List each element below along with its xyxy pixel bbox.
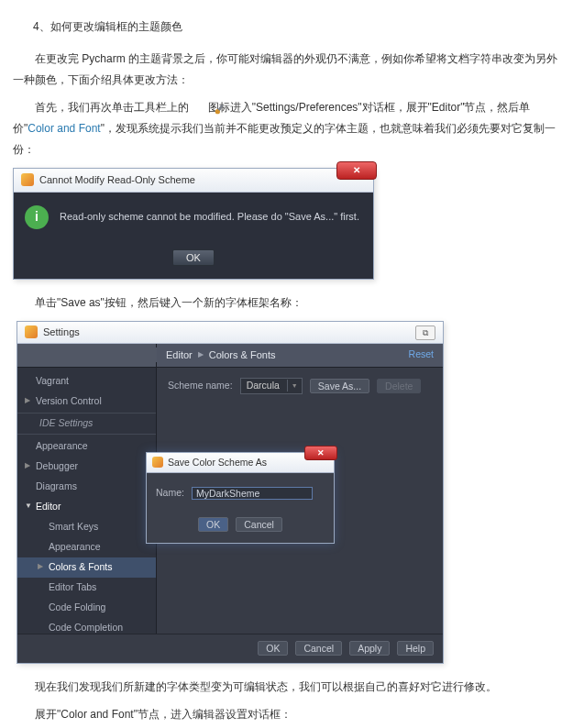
save-scheme-dialog: Save Color Scheme As ✕ Name: OK Cancel	[146, 452, 335, 544]
dialog-button-row: OK	[14, 242, 373, 279]
info-icon: i	[25, 205, 49, 229]
dialog-body: i Read-only scheme cannot be modified. P…	[14, 193, 373, 242]
help-button[interactable]: Help	[397, 641, 434, 656]
ok-button[interactable]: OK	[198, 517, 228, 532]
chevron-down-icon: ▼	[25, 499, 32, 513]
sidebar-item-diagrams[interactable]: Diagrams	[17, 477, 156, 497]
svg-rect-1	[218, 105, 224, 111]
reset-link[interactable]: Reset	[409, 346, 434, 364]
settings-titlebar: Settings ⧉	[17, 322, 443, 344]
pycharm-logo-icon	[21, 173, 34, 186]
paragraph-2: 首先，我们再次单击工具栏上的 图标进入"Settings/Preferences…	[13, 97, 560, 160]
settings-tree: Vagrant ▶Version Control IDE Settings Ap…	[17, 368, 156, 634]
delete-button: Delete	[377, 379, 421, 393]
scheme-value: Darcula	[247, 377, 280, 395]
paragraph-4: 现在我们发现我们所新建的字体类型变为可编辑状态，我们可以根据自己的喜好对它进行修…	[13, 677, 560, 698]
sidebar-item-appearance2[interactable]: Appearance	[17, 537, 156, 557]
crumb-editor: Editor	[166, 346, 193, 365]
name-label: Name:	[156, 484, 184, 502]
window-control-icon[interactable]: ⧉	[415, 325, 435, 340]
dialog-titlebar: Cannot Modify Read-Only Scheme ✕	[14, 169, 373, 193]
apply-button[interactable]: Apply	[349, 641, 390, 656]
ok-button[interactable]: OK	[258, 641, 288, 656]
inner-body: Name:	[147, 473, 334, 508]
sidebar-item-label: Editor	[36, 501, 61, 512]
cannot-modify-dialog: Cannot Modify Read-Only Scheme ✕ i Read-…	[13, 168, 374, 280]
save-as-button[interactable]: Save As...	[310, 379, 369, 393]
chevron-right-icon: ▶	[198, 347, 204, 361]
sidebar-item-label: Version Control	[36, 395, 102, 406]
search-input[interactable]	[23, 347, 178, 362]
ok-button[interactable]: OK	[172, 249, 215, 266]
search-row: ✕	[17, 344, 156, 368]
settings-sidebar: ✕ Vagrant ▶Version Control IDE Settings …	[17, 344, 157, 634]
p2-part-a: 首先，我们再次单击工具栏上的	[35, 101, 189, 114]
scheme-combo[interactable]: Darcula ▼	[240, 378, 303, 394]
color-and-font-link[interactable]: Color and Font	[28, 122, 100, 135]
crumb-colors-fonts: Colors & Fonts	[209, 346, 276, 365]
inner-titlebar: Save Color Scheme As ✕	[147, 453, 334, 473]
inner-button-row: OK Cancel	[147, 508, 334, 543]
sidebar-item-editor-tabs[interactable]: Editor Tabs	[17, 578, 156, 598]
pycharm-logo-icon	[25, 325, 38, 338]
breadcrumb: Editor ▶ Colors & Fonts Reset	[157, 344, 443, 368]
close-icon[interactable]: ✕	[304, 446, 337, 460]
sidebar-item-colors-fonts[interactable]: ▶Colors & Fonts	[17, 557, 156, 578]
inner-title: Save Color Scheme As	[168, 452, 267, 472]
cancel-button[interactable]: Cancel	[295, 641, 342, 656]
settings-body: ✕ Vagrant ▶Version Control IDE Settings …	[17, 344, 443, 634]
sidebar-item-debugger[interactable]: ▶Debugger	[17, 457, 156, 477]
paragraph-5: 展开"Color and Font"节点，进入编辑器设置对话框：	[13, 704, 560, 725]
sidebar-item-code-completion[interactable]: Code Completion	[17, 618, 156, 634]
settings-title: Settings	[43, 321, 80, 343]
sidebar-item-version-control[interactable]: ▶Version Control	[17, 392, 156, 412]
scheme-name-input[interactable]	[192, 487, 313, 500]
sidebar-item-appearance[interactable]: Appearance	[17, 436, 156, 457]
settings-main: Editor ▶ Colors & Fonts Reset Scheme nam…	[157, 344, 443, 634]
scheme-row: Scheme name: Darcula ▼ Save As... Delete	[157, 368, 443, 404]
sidebar-item-vagrant[interactable]: Vagrant	[17, 371, 156, 392]
dialog-message: Read-only scheme cannot be modified. Ple…	[60, 207, 359, 226]
paragraph-1: 在更改完 Pycharm 的主题背景之后，你可能对编辑器的外观仍不满意，例如你希…	[13, 49, 560, 91]
sidebar-item-label: Colors & Fonts	[49, 561, 112, 572]
paragraph-3: 单击"Save as"按钮，然后键入一个新的字体框架名称：	[13, 292, 560, 314]
section-heading: 4、如何更改编辑框的主题颜色	[33, 17, 560, 38]
dialog-title: Cannot Modify Read-Only Scheme	[39, 168, 195, 192]
wrench-icon	[192, 102, 204, 115]
chevron-right-icon: ▶	[25, 393, 30, 407]
scheme-label: Scheme name:	[168, 377, 233, 395]
chevron-down-icon: ▼	[287, 380, 296, 392]
sidebar-header-ide: IDE Settings	[17, 413, 156, 435]
sidebar-item-label: Debugger	[36, 460, 78, 471]
pycharm-logo-icon	[152, 457, 163, 468]
chevron-right-icon: ▶	[25, 458, 30, 472]
sidebar-item-smart-keys[interactable]: Smart Keys	[17, 517, 156, 537]
settings-dialog: Settings ⧉ ✕ Vagrant ▶Version Control ID…	[17, 321, 444, 664]
close-icon[interactable]: ✕	[336, 161, 377, 180]
sidebar-item-editor[interactable]: ▼Editor	[17, 497, 156, 517]
cancel-button[interactable]: Cancel	[236, 517, 282, 532]
sidebar-item-code-folding[interactable]: Code Folding	[17, 598, 156, 618]
chevron-right-icon: ▶	[38, 559, 43, 573]
settings-footer: OK Cancel Apply Help	[17, 634, 443, 663]
